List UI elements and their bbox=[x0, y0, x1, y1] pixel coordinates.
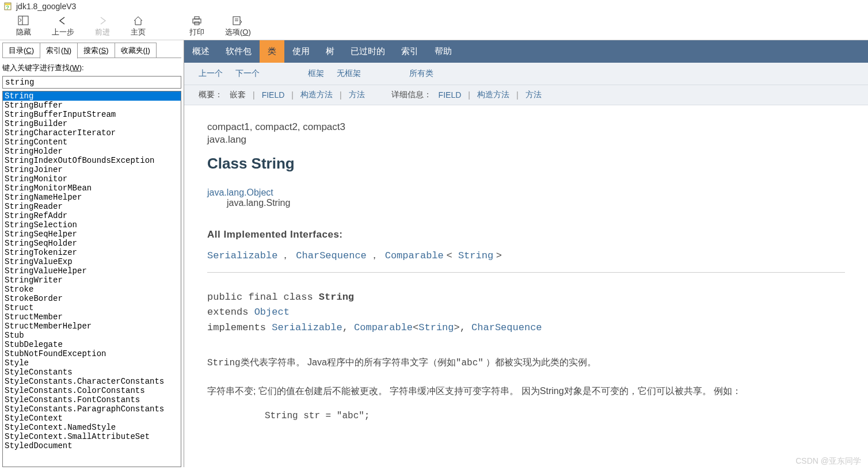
result-item[interactable]: StringNameHelper bbox=[3, 193, 181, 202]
window-title: jdk1.8_googleV3 bbox=[16, 2, 76, 11]
frames-link[interactable]: 框架 bbox=[308, 68, 324, 79]
search-input[interactable] bbox=[2, 76, 181, 89]
result-item[interactable]: StringHolder bbox=[3, 147, 181, 156]
nav-index[interactable]: 索引 bbox=[393, 40, 427, 63]
interface-comparable-param-link[interactable]: String bbox=[458, 250, 493, 261]
result-item[interactable]: Stroke bbox=[3, 285, 181, 294]
nav-overview[interactable]: 概述 bbox=[184, 40, 218, 63]
next-class-link[interactable]: 下一个 bbox=[235, 68, 260, 79]
result-item[interactable]: StringSeqHolder bbox=[3, 239, 181, 248]
result-item[interactable]: StyleConstants bbox=[3, 368, 181, 377]
back-label: 上一步 bbox=[52, 27, 74, 37]
home-button[interactable]: 主页 bbox=[120, 13, 156, 40]
result-item[interactable]: StubNotFoundException bbox=[3, 349, 181, 358]
result-item[interactable]: StringWriter bbox=[3, 276, 181, 285]
result-item[interactable]: StrokeBorder bbox=[3, 294, 181, 303]
nav-use[interactable]: 使用 bbox=[284, 40, 318, 63]
options-button[interactable]: 选项(O) bbox=[215, 13, 261, 40]
result-item[interactable]: StringMonitorMBean bbox=[3, 184, 181, 193]
watermark: CSDN @亚东同学 bbox=[795, 456, 861, 467]
hide-label: 隐藏 bbox=[16, 27, 31, 37]
result-item[interactable]: StringValueExp bbox=[3, 257, 181, 266]
result-item[interactable]: StringCharacterIterator bbox=[3, 128, 181, 137]
doc-subnav: 上一个 下一个 框架 无框架 所有类 bbox=[184, 63, 868, 85]
print-button[interactable]: 打印 bbox=[179, 13, 215, 40]
result-item[interactable]: StringSelection bbox=[3, 220, 181, 230]
tab-favorites[interactable]: 收藏夹(I) bbox=[115, 43, 157, 58]
interface-serializable-link[interactable]: Serializable bbox=[207, 250, 277, 261]
svg-rect-5 bbox=[193, 19, 201, 23]
hide-button[interactable]: 隐藏 bbox=[6, 13, 41, 40]
interface-charsequence-link[interactable]: CharSequence bbox=[296, 250, 366, 261]
result-item[interactable]: StringBuffer bbox=[3, 101, 181, 110]
interfaces-header: All Implemented Interfaces: bbox=[207, 229, 845, 240]
toolbar: 隐藏 上一步 前进 主页 打印 选项(O) bbox=[0, 13, 868, 40]
result-item[interactable]: StringReader bbox=[3, 202, 181, 211]
detail-field-link[interactable]: FIELD bbox=[439, 90, 462, 100]
svg-rect-6 bbox=[195, 17, 199, 19]
summary-method-link[interactable]: 方法 bbox=[349, 90, 365, 100]
result-item[interactable]: StringBufferInputStream bbox=[3, 110, 181, 119]
result-item[interactable]: StyleConstants.ParagraphConstants bbox=[3, 404, 181, 414]
doc-nav: 概述 软件包 类 使用 树 已过时的 索引 帮助 bbox=[184, 40, 868, 63]
hierarchy-leaf: java.lang.String bbox=[207, 198, 845, 208]
tab-search[interactable]: 搜索(S) bbox=[77, 43, 115, 58]
impl-comparable-link[interactable]: Comparable bbox=[354, 322, 413, 333]
detail-label: 详细信息： bbox=[391, 90, 432, 100]
description-paragraph-1: String类代表字符串。 Java程序中的所有字符串文字（例如"abc" ）都… bbox=[207, 355, 845, 371]
impl-serializable-link[interactable]: Serializable bbox=[272, 322, 342, 333]
nav-deprecated[interactable]: 已过时的 bbox=[342, 40, 393, 63]
svg-rect-3 bbox=[18, 16, 28, 25]
nav-class[interactable]: 类 bbox=[260, 40, 284, 63]
result-item[interactable]: StringContent bbox=[3, 137, 181, 147]
prev-class-link[interactable]: 上一个 bbox=[199, 68, 223, 79]
back-button[interactable]: 上一步 bbox=[41, 13, 85, 40]
home-label: 主页 bbox=[131, 27, 146, 37]
result-item[interactable]: StyleContext.SmallAttributeSet bbox=[3, 432, 181, 441]
result-item[interactable]: StructMember bbox=[3, 312, 181, 322]
result-item[interactable]: StubDelegate bbox=[3, 340, 181, 349]
result-item[interactable]: StringJoiner bbox=[3, 165, 181, 174]
result-item[interactable]: StyleContext.NamedStyle bbox=[3, 423, 181, 432]
result-item[interactable]: Struct bbox=[3, 303, 181, 312]
result-item[interactable]: StyleConstants.FontConstants bbox=[3, 395, 181, 404]
impl-comparable-param-link[interactable]: String bbox=[418, 322, 454, 333]
result-item[interactable]: StringBuilder bbox=[3, 119, 181, 128]
class-signature: public final class String extends Object… bbox=[207, 290, 845, 335]
result-item[interactable]: StringTokenizer bbox=[3, 248, 181, 257]
result-item[interactable]: StringRefAddr bbox=[3, 211, 181, 220]
allclasses-link[interactable]: 所有类 bbox=[409, 68, 433, 79]
content-pane: 概述 软件包 类 使用 树 已过时的 索引 帮助 上一个 下一个 框架 无框架 … bbox=[184, 40, 868, 467]
extends-object-link[interactable]: Object bbox=[254, 307, 290, 318]
result-item[interactable]: String bbox=[3, 91, 181, 101]
result-item[interactable]: StyledDocument bbox=[3, 441, 181, 450]
noframes-link[interactable]: 无框架 bbox=[337, 68, 361, 79]
forward-icon bbox=[96, 15, 109, 26]
detail-method-link[interactable]: 方法 bbox=[526, 90, 542, 100]
result-item[interactable]: Style bbox=[3, 358, 181, 368]
result-item[interactable]: StyleConstants.CharacterConstants bbox=[3, 377, 181, 386]
impl-charsequence-link[interactable]: CharSequence bbox=[471, 322, 542, 333]
detail-constr-link[interactable]: 构造方法 bbox=[477, 90, 509, 100]
tab-index[interactable]: 索引(N) bbox=[40, 43, 78, 59]
summary-field-link[interactable]: FIELD bbox=[262, 90, 285, 100]
result-item[interactable]: StyleContext bbox=[3, 414, 181, 423]
divider bbox=[207, 272, 845, 273]
nav-tree[interactable]: 树 bbox=[318, 40, 342, 63]
nav-packages[interactable]: 软件包 bbox=[218, 40, 260, 63]
result-item[interactable]: StringIndexOutOfBoundsException bbox=[3, 156, 181, 165]
result-item[interactable]: StringSeqHelper bbox=[3, 230, 181, 239]
compact-profiles: compact1, compact2, compact3 bbox=[207, 121, 845, 133]
app-icon: ? bbox=[3, 2, 13, 11]
interface-comparable-link[interactable]: Comparable bbox=[385, 250, 444, 261]
result-item[interactable]: Stub bbox=[3, 331, 181, 340]
result-item[interactable]: StringMonitor bbox=[3, 174, 181, 184]
result-item[interactable]: StructMemberHelper bbox=[3, 322, 181, 331]
nav-help[interactable]: 帮助 bbox=[427, 40, 460, 63]
tab-contents[interactable]: 目录(C) bbox=[2, 43, 40, 58]
result-item[interactable]: StringValueHelper bbox=[3, 266, 181, 276]
result-item[interactable]: StyleConstants.ColorConstants bbox=[3, 386, 181, 395]
hierarchy-root-link[interactable]: java.lang.Object bbox=[207, 188, 273, 197]
results-list[interactable]: StringStringBufferStringBufferInputStrea… bbox=[2, 91, 181, 467]
summary-constr-link[interactable]: 构造方法 bbox=[300, 90, 333, 100]
